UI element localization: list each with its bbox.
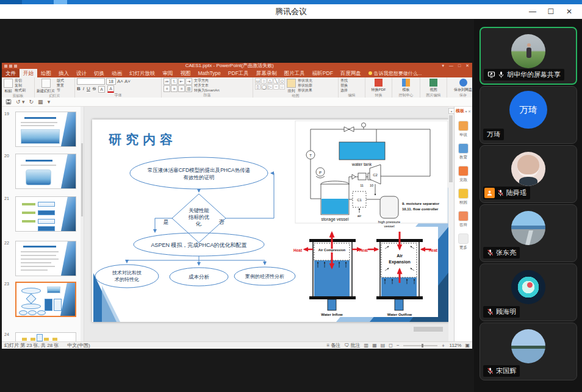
participant-tile[interactable]: 宋国辉 — [480, 323, 577, 380]
tab-screen-record[interactable]: 屏幕录制 — [253, 69, 281, 77]
bullets-icon[interactable]: ≔ — [163, 78, 170, 85]
participant-tile[interactable]: 顾海明 — [480, 263, 577, 321]
fit-to-window-icon[interactable]: ▣ — [465, 343, 470, 348]
template-item-dabian[interactable]: 答辩 — [454, 211, 472, 228]
redo-icon[interactable]: ↻ — [29, 98, 34, 106]
zoom-level[interactable]: 112% — [450, 343, 462, 348]
find-button[interactable]: 查找 — [340, 78, 348, 83]
slide-thumbnail-19[interactable] — [15, 112, 76, 147]
tab-baidu-pan[interactable]: 百度网盘 — [337, 69, 365, 77]
cut-button[interactable]: 剪切 — [15, 78, 26, 83]
columns-icon[interactable]: ▥ — [185, 85, 192, 92]
reading-view-icon[interactable]: ▤ — [381, 343, 386, 348]
reset-button[interactable]: 重置 — [57, 83, 64, 88]
align-left-icon[interactable]: ≡ — [163, 85, 170, 92]
zoom-in-button[interactable]: ＋ — [441, 342, 446, 349]
panel-close-icon[interactable]: ✕ — [468, 109, 471, 113]
undo-icon[interactable]: ↺ ▾ — [16, 98, 25, 106]
shrink-font-icon[interactable]: A˅ — [124, 79, 131, 85]
align-right-icon[interactable]: ≡ — [178, 85, 185, 92]
tab-home[interactable]: 开始 — [20, 69, 37, 77]
ppt-minimize-button[interactable]: — — [449, 63, 453, 69]
language-indicator[interactable]: 中文(中国) — [67, 342, 90, 349]
scroll-up-button[interactable]: ▴ — [448, 108, 454, 114]
tab-picture-tools[interactable]: 图片工具 — [281, 69, 309, 77]
align-center-icon[interactable]: ≡ — [171, 85, 178, 92]
text-direction-button[interactable]: 文字方向 — [194, 78, 220, 83]
start-slideshow-icon[interactable]: ▦ — [38, 98, 43, 106]
template-item-dangzheng[interactable]: 党政 — [454, 166, 472, 183]
customize-qat-icon[interactable]: ▾ — [48, 98, 51, 106]
new-slide-button[interactable]: 新建幻灯片 — [37, 78, 55, 94]
save-to-pan-button[interactable]: 保存到网盘 — [454, 78, 472, 93]
close-button[interactable]: ✕ — [560, 7, 578, 16]
outdent-icon[interactable]: ⇥ — [185, 78, 192, 85]
tab-review[interactable]: 审阅 — [159, 69, 177, 77]
tab-view[interactable]: 视图 — [177, 69, 195, 77]
zoom-out-button[interactable]: − — [397, 343, 400, 348]
tab-draw[interactable]: 绘图 — [37, 69, 55, 77]
tab-file[interactable]: 文件 — [2, 69, 20, 77]
participant-tile[interactable]: 陆舜瑶 — [480, 145, 577, 203]
shape-fill-button[interactable]: 形状填充 — [298, 78, 312, 83]
slideshow-icon[interactable]: ◻ — [389, 343, 393, 348]
convert-pdf-button[interactable]: 转换PDF — [372, 78, 386, 93]
slide-thumbnail-20[interactable] — [15, 154, 76, 189]
template-button[interactable]: 模板 — [402, 78, 410, 93]
participant-tile[interactable]: 万琦 万琦 — [480, 86, 577, 144]
tab-mathtype[interactable]: MathType — [195, 69, 225, 77]
participant-tile[interactable]: 张东亮 — [480, 204, 577, 262]
template-item-jiaoyu[interactable]: 教育 — [454, 143, 472, 160]
tab-pdf-tools[interactable]: PDF工具 — [225, 69, 253, 77]
bold-button[interactable]: B — [77, 86, 81, 92]
tab-foxit-pdf[interactable]: 福昕PDF — [309, 69, 337, 77]
view-button[interactable]: 视图 — [429, 78, 437, 93]
format-painter-button[interactable]: 格式刷 — [15, 88, 26, 93]
participant-tile-sharing[interactable]: 胡申华的屏幕共享 — [480, 27, 577, 85]
zoom-slider[interactable] — [403, 345, 437, 346]
arrange-button[interactable]: 排列 — [287, 78, 296, 94]
tell-me-box[interactable]: 告诉我您想要做什么... — [365, 69, 426, 77]
shapes-gallery[interactable]: ▭○△╲◇ ▯◯▷~☆ — [255, 78, 285, 90]
maximize-button[interactable]: ☐ — [542, 7, 560, 16]
tab-slideshow[interactable]: 幻灯片放映 — [126, 69, 159, 77]
normal-view-icon[interactable]: ▥ — [364, 343, 369, 348]
template-item-more[interactable]: 更多 — [454, 233, 472, 251]
comments-button[interactable]: 🗨 批注 — [344, 342, 360, 349]
section-button[interactable]: 节 — [57, 88, 64, 93]
align-text-button[interactable]: 对齐文本 — [194, 83, 220, 88]
slide-thumbnail-24[interactable] — [15, 332, 76, 341]
tab-insert[interactable]: 插入 — [55, 69, 73, 77]
slide-thumbnail-22[interactable] — [15, 241, 76, 276]
italic-button[interactable]: I — [83, 86, 84, 92]
underline-button[interactable]: U — [87, 86, 90, 92]
template-item-xiaoyuan[interactable]: 校园 — [454, 188, 472, 205]
slide-sorter-icon[interactable]: ▦ — [372, 343, 377, 348]
notes-button[interactable]: ≡ 备注 — [326, 342, 340, 349]
layout-button[interactable]: 版式 — [57, 78, 64, 83]
vertical-scrollbar[interactable]: ▴ — [448, 107, 454, 341]
panel-dropdown-icon[interactable]: ▾ — [465, 109, 467, 113]
font-color-icon[interactable]: A — [107, 85, 114, 93]
slide-thumbnail-21[interactable] — [15, 196, 76, 232]
smartart-button[interactable]: 转换为SmartArt — [194, 88, 220, 93]
font-family-input[interactable] — [77, 78, 105, 85]
tab-design[interactable]: 设计 — [73, 69, 90, 77]
grow-font-icon[interactable]: A˄ — [117, 79, 123, 85]
slide-canvas[interactable]: 研究内容 — [92, 119, 449, 322]
save-icon[interactable] — [5, 99, 12, 105]
replace-button[interactable]: 替换 — [340, 83, 348, 88]
thumbnail-scrollbar[interactable] — [81, 107, 84, 341]
horizontal-scrollbar-thumb[interactable] — [414, 327, 443, 332]
template-item-bishe[interactable]: 毕设 — [454, 121, 472, 138]
indent-icon[interactable]: ⇤ — [178, 78, 185, 85]
strikethrough-button[interactable]: S — [93, 86, 96, 92]
minimize-button[interactable]: — — [523, 7, 542, 16]
shape-effects-button[interactable]: 形状效果 — [298, 88, 312, 93]
font-size-input[interactable]: 18 — [106, 78, 116, 85]
ppt-ribbon-options-icon[interactable]: ▾ — [442, 63, 444, 69]
numbering-icon[interactable]: ⒈ — [171, 78, 178, 85]
select-button[interactable]: 选择 — [340, 88, 348, 93]
slide-thumbnail-23-selected[interactable] — [15, 282, 76, 317]
paste-button[interactable]: 粘贴 — [4, 78, 13, 94]
